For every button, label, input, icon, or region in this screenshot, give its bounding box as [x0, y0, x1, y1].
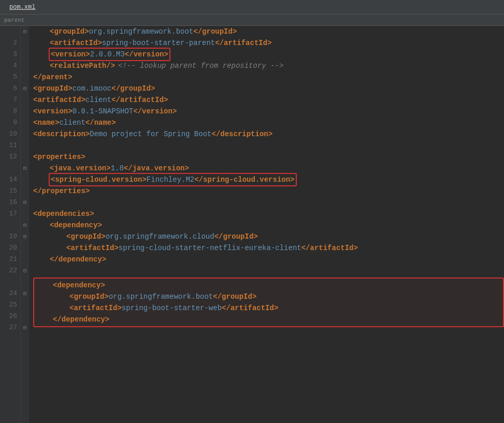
line-num: 19 — [9, 231, 17, 242]
fold-icon-dep2-end[interactable]: ⊟ — [21, 322, 29, 333]
code-line-relativepath: <relativePath/> <!-- lookup parent from … — [33, 60, 504, 71]
fold-spacer — [21, 276, 29, 288]
fold-spacer — [21, 242, 29, 254]
line-num — [13, 276, 17, 288]
fold-icon-dep2[interactable]: ⊟ — [21, 288, 29, 299]
line-gutter: 2 3 4 5 6 7 8 9 10 11 12 14 15 16 17 19 … — [0, 26, 21, 423]
line-num: 14 — [9, 174, 17, 185]
fold-spacer — [21, 299, 29, 311]
code-line-description: <description>Demo project for Spring Boo… — [33, 128, 504, 140]
code-line: <groupId>org.springframework.boot</group… — [33, 26, 504, 37]
code-line-dependencies-open: <dependencies> — [33, 208, 504, 220]
code-line-parent-close: </parent> — [33, 71, 504, 83]
fold-spacer — [21, 151, 29, 163]
line-num: 25 — [9, 299, 17, 311]
code-line-groupid-imooc: <groupId>com.imooc</groupId> — [33, 83, 504, 94]
line-num: 24 — [9, 288, 17, 299]
fold-spacer — [21, 254, 29, 265]
line-num: 16 — [9, 197, 17, 208]
code-line-blank2 — [33, 197, 504, 208]
fold-icon-dependencies[interactable]: ⊟ — [21, 220, 29, 231]
fold-spacer — [21, 60, 29, 71]
version-boot-redbox: <version>2.0.0.M3</version> — [49, 48, 170, 61]
code-line-dep2-open: <dependency> — [36, 280, 501, 291]
fold-spacer — [21, 311, 29, 322]
fold-spacer — [21, 128, 29, 140]
code-area: 2 3 4 5 6 7 8 9 10 11 12 14 15 16 17 19 … — [0, 26, 504, 423]
fold-spacer — [21, 94, 29, 106]
fold-spacer — [21, 174, 29, 185]
line-num: 26 — [9, 311, 17, 322]
fold-spacer — [21, 37, 29, 49]
tab-bar: pom.xml — [0, 0, 504, 14]
fold-spacer — [21, 117, 29, 128]
dep2-redbox-block: <dependency> <groupId>org.springframewor… — [33, 278, 504, 327]
code-line-dep2-artifactid: <artifactId>spring-boot-starter-web</art… — [36, 302, 501, 314]
fold-spacer — [21, 106, 29, 117]
code-line-blank — [33, 140, 504, 151]
line-num: 4 — [13, 60, 17, 71]
line-num: 20 — [9, 242, 17, 254]
fold-gutter: ⊟ ⊟ ⊟ ⊟ ⊟ ⊟ ⊟ ⊟ — [21, 26, 29, 423]
code-line: <artifactId>spring-boot-starter-parent</… — [33, 37, 504, 49]
code-line-properties-close: </properties> — [33, 185, 504, 197]
code-line-properties-open: <properties> — [33, 151, 504, 163]
line-num: 11 — [9, 140, 17, 151]
code-line-dep1-open: <dependency> — [33, 220, 504, 231]
code-line-dep1-close: </dependency> — [33, 254, 504, 265]
fold-icon-parent[interactable]: ⊟ — [21, 26, 29, 37]
line-num: 21 — [9, 254, 17, 265]
fold-spacer — [21, 208, 29, 220]
tab-label: pom.xml — [9, 4, 35, 11]
line-num: 3 — [13, 49, 17, 60]
line-num: 7 — [13, 94, 17, 106]
line-num: 15 — [9, 185, 17, 197]
line-num: 12 — [9, 151, 17, 163]
line-num: 9 — [13, 117, 17, 128]
fold-icon-dep1[interactable]: ⊟ — [21, 231, 29, 242]
code-line-version-snapshot: <version>0.0.1-SNAPSHOT</version> — [33, 106, 504, 117]
line-num: 17 — [9, 208, 17, 220]
line-num: 6 — [13, 83, 17, 94]
code-content: <groupId>org.springframework.boot</group… — [29, 26, 504, 423]
code-line-java-version: <java.version>1.8</java.version> — [33, 163, 504, 174]
code-line-blank3 — [33, 265, 504, 276]
line-num: 22 — [9, 265, 17, 276]
fold-spacer — [21, 185, 29, 197]
fold-icon-parent-end[interactable]: ⊟ — [21, 83, 29, 94]
fold-spacer — [21, 71, 29, 83]
code-line-dep2-groupid: <groupId>org.springframework.boot</group… — [36, 291, 501, 302]
fold-icon-properties-end[interactable]: ⊟ — [21, 197, 29, 208]
code-line-version-boot: <version>2.0.0.M3</version> — [33, 49, 504, 60]
line-num — [13, 163, 17, 174]
code-line-dep2-close: </dependency> — [36, 314, 501, 325]
fold-icon-properties[interactable]: ⊟ — [21, 163, 29, 174]
line-num — [13, 26, 17, 37]
code-line-dep1-artifactid: <artifactId>spring-cloud-starter-netflix… — [33, 242, 504, 254]
breadcrumb: parent — [0, 14, 504, 26]
tab-pom-xml[interactable]: pom.xml — [4, 2, 40, 12]
line-num: 8 — [13, 106, 17, 117]
spring-cloud-version-redbox: <spring-cloud.version>Finchley.M2</sprin… — [49, 173, 297, 186]
code-line-artifactid-client: <artifactId>client</artifactId> — [33, 94, 504, 106]
fold-spacer — [21, 140, 29, 151]
line-num: 27 — [9, 322, 17, 333]
line-num — [13, 220, 17, 231]
code-line-spring-cloud-version: <spring-cloud.version>Finchley.M2</sprin… — [33, 174, 504, 185]
line-num: 5 — [13, 71, 17, 83]
code-line-dep1-groupid: <groupId>org.springframework.cloud</grou… — [33, 231, 504, 242]
line-num: 2 — [13, 37, 17, 49]
fold-spacer — [21, 49, 29, 60]
line-num: 10 — [9, 128, 17, 140]
fold-icon-dep1-end[interactable]: ⊟ — [21, 265, 29, 276]
code-line-name: <name>client</name> — [33, 117, 504, 128]
editor-container: pom.xml parent 2 3 4 5 6 7 8 9 10 11 12 … — [0, 0, 504, 423]
breadcrumb-text: parent — [4, 17, 25, 23]
